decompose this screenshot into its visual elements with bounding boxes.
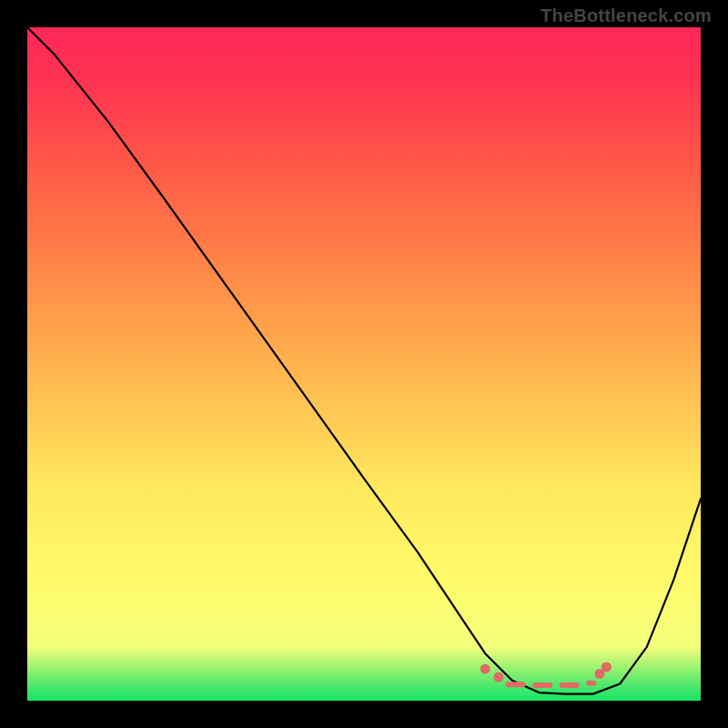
chart-overlay [27,27,701,701]
bottleneck-curve [27,27,701,694]
marker-dot [480,664,490,674]
marker-dash [532,682,552,688]
valley-markers [480,662,612,688]
marker-dash [560,682,580,688]
marker-dash [586,681,596,686]
watermark-label: TheBottleneck.com [541,5,712,26]
marker-dot [602,662,612,672]
plot-area [27,27,701,701]
marker-dot [494,672,504,682]
marker-dash [505,682,525,687]
chart-frame: TheBottleneck.com [0,0,728,728]
